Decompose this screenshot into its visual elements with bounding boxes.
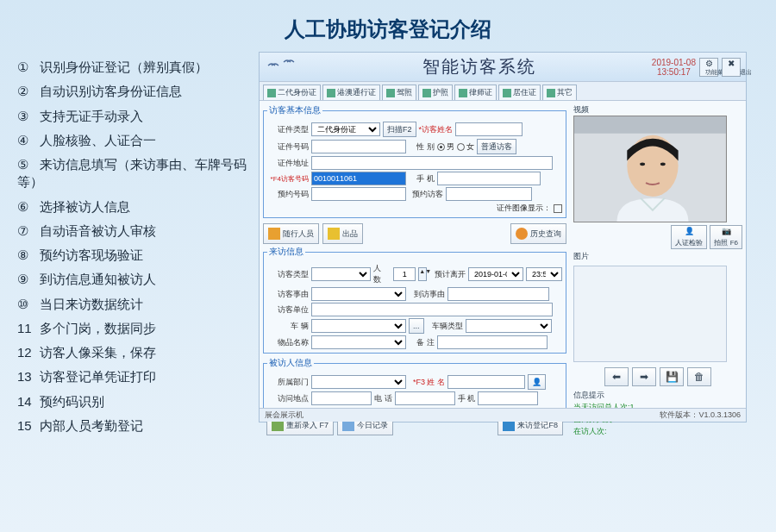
delete-button[interactable]: 🗑 <box>687 367 711 386</box>
save-icon: 💾 <box>666 371 679 383</box>
scan-button[interactable]: 扫描F2 <box>383 122 416 137</box>
to-reason-input[interactable] <box>447 287 549 301</box>
unit-input[interactable] <box>311 303 553 316</box>
capture-button[interactable]: 📷拍照 F6 <box>710 225 742 249</box>
page-title: 人工协助访客登记介绍 <box>0 0 776 52</box>
app-footer: 展会展示机 软件版本：V1.0.3.1306 <box>260 408 746 422</box>
visitno-input[interactable] <box>311 172 406 185</box>
next-button[interactable]: ➡ <box>632 367 656 386</box>
visitor-basic-fieldset: 访客基本信息 证件类型 二代身份证 扫描F2 *访客姓名 证件号码 性 别 男 … <box>263 104 566 218</box>
feature-item: 13访客登记单凭证打印 <box>17 368 259 385</box>
feature-item: 12访客人像采集，保存 <box>17 344 259 361</box>
room-input[interactable] <box>311 391 372 405</box>
dept-label: 所属部门 <box>267 377 309 388</box>
tab-2[interactable]: 驾照 <box>382 84 416 100</box>
tab-icon <box>547 89 555 97</box>
sex-female-radio[interactable]: 女 <box>457 141 474 153</box>
tab-3[interactable]: 护照 <box>418 84 453 100</box>
feature-item: ①识别身份证登记（辨别真假） <box>17 59 259 76</box>
leave-time-select[interactable]: 23:59 <box>526 267 562 281</box>
photo-label: 图片 <box>573 251 742 262</box>
legend-basic: 访客基本信息 <box>267 104 322 116</box>
goods-label: 物品名称 <box>267 337 309 348</box>
host-name-input[interactable] <box>447 375 525 389</box>
exit-button[interactable]: ✖退出 <box>722 58 741 77</box>
unit-label: 访客单位 <box>267 304 309 316</box>
addr-input[interactable] <box>311 156 553 170</box>
car-type-select[interactable] <box>466 319 552 333</box>
feature-item: ⑦自动语音被访人审核 <box>17 222 259 240</box>
idno-input[interactable] <box>311 140 406 153</box>
tab-0[interactable]: 二代身份证 <box>263 84 321 100</box>
arrow-left-icon: ⬅ <box>612 371 621 383</box>
app-window: 智能访客系统 2019-01-0813:50:17 ⚙功能菜单 ✖退出 二代身份… <box>259 52 747 422</box>
remark-input[interactable] <box>437 335 548 349</box>
checkbox-icon[interactable] <box>554 204 562 213</box>
car-label: 车 辆 <box>267 321 309 332</box>
id-type-select[interactable]: 二代身份证 <box>311 122 380 136</box>
phone-input[interactable] <box>437 172 541 185</box>
legend-visit: 来访信息 <box>267 246 305 258</box>
tab-6[interactable]: 其它 <box>542 84 577 100</box>
prev-button[interactable]: ⬅ <box>604 367 629 386</box>
feature-item: 11多个门岗，数据同步 <box>17 320 259 337</box>
visit-type-select[interactable] <box>311 267 371 281</box>
host-pick-button[interactable]: 👤 <box>528 374 546 390</box>
sex-male-radio[interactable]: 男 <box>437 141 454 153</box>
id-type-label: 证件类型 <box>267 124 309 135</box>
reason-select[interactable] <box>311 287 406 301</box>
tab-icon <box>386 89 395 97</box>
feature-item: ④人脸核验、人证合一 <box>17 132 259 149</box>
host-mobile-label: 手 机 <box>458 393 476 404</box>
host-mobile-input[interactable] <box>478 391 538 405</box>
goods-button[interactable]: 出品 <box>322 223 363 244</box>
footer-version: 软件版本：V1.0.3.1306 <box>660 410 741 421</box>
verify-button[interactable]: 👤人证检验 <box>671 225 707 249</box>
host-phone-label: 电 话 <box>374 393 392 404</box>
feature-item: ⑨到访信息通知被访人 <box>17 271 259 288</box>
sex-label: 性 别 <box>409 141 435 153</box>
video-label: 视频 <box>573 104 742 116</box>
history-button[interactable]: 历史查询 <box>510 223 566 244</box>
normal-visitor-button[interactable]: 普通访客 <box>477 139 516 154</box>
photo-area <box>573 266 727 362</box>
car-select[interactable] <box>311 319 406 333</box>
idno-label: 证件号码 <box>267 141 309 153</box>
camera-icon: 📷 <box>722 227 731 235</box>
tab-icon <box>422 89 431 97</box>
feature-item: 15内部人员考勤登记 <box>17 417 259 435</box>
reserve-no-label: 预约号码 <box>267 189 309 200</box>
search-icon <box>516 228 528 240</box>
tab-icon <box>503 89 511 97</box>
to-reason-label: 到访事由 <box>409 289 445 300</box>
reserve-no-input[interactable] <box>311 187 406 201</box>
arrow-right-icon: ➡ <box>640 371 648 383</box>
feature-item: ⑤来访信息填写（来访事由、车牌号码等） <box>17 156 259 191</box>
reserve-visitor-label: 预约访客 <box>409 189 443 200</box>
dept-select[interactable] <box>311 375 406 389</box>
visitno-label: *F4访客号码 <box>267 174 309 184</box>
tab-5[interactable]: 居住证 <box>498 84 541 100</box>
tab-4[interactable]: 律师证 <box>454 84 497 100</box>
tab-1[interactable]: 港澳通行证 <box>322 84 380 100</box>
host-phone-input[interactable] <box>395 391 455 405</box>
tab-icon <box>459 89 467 97</box>
goods-icon <box>328 228 340 240</box>
room-label: 访问地点 <box>267 393 309 404</box>
name-label: *访客姓名 <box>419 124 454 135</box>
visitor-name-input[interactable] <box>455 122 523 136</box>
car-type-label: 车辆类型 <box>427 321 463 332</box>
companion-button[interactable]: 随行人员 <box>263 223 319 244</box>
goods-select[interactable] <box>311 335 406 349</box>
spinner-icon[interactable]: ▲▼ <box>418 267 427 281</box>
count-input[interactable] <box>393 267 416 281</box>
car-extra-button[interactable]: ... <box>409 318 424 334</box>
app-header: 智能访客系统 2019-01-0813:50:17 ⚙功能菜单 ✖退出 <box>260 53 746 82</box>
save-button[interactable]: 💾 <box>660 367 684 386</box>
feature-item: ②自动识别访客身份证信息 <box>17 83 259 100</box>
addr-label: 证件地址 <box>267 158 309 169</box>
reserve-visitor-input[interactable] <box>446 187 532 201</box>
feature-item: ③支持无证手动录入 <box>17 108 259 125</box>
feature-item: ⑥选择被访人信息 <box>17 198 259 216</box>
leave-date-select[interactable]: 2019-01-08 <box>468 267 523 281</box>
